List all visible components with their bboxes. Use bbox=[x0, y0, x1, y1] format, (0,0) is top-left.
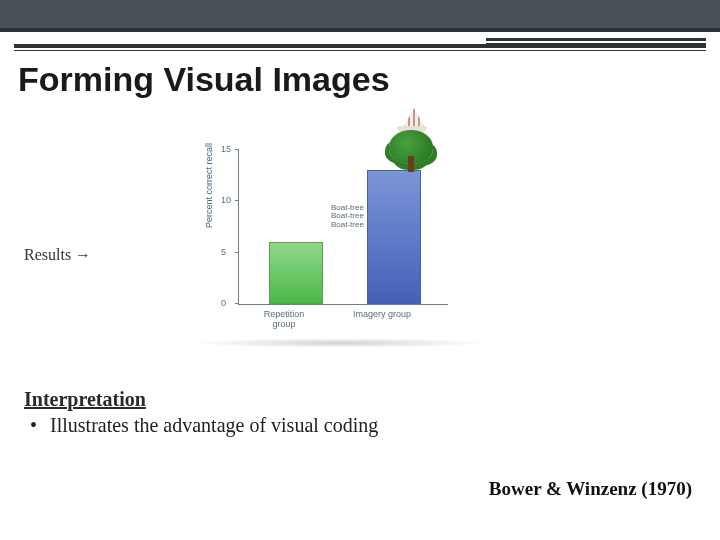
repetition-cue-text: Boat-tree Boat-tree Boat-tree bbox=[331, 204, 364, 230]
sailboat-icon bbox=[403, 108, 425, 128]
xlabel-repetition: Repetition group bbox=[254, 310, 314, 330]
y-axis-label: Percent correct recall bbox=[204, 143, 214, 228]
bullet-text: Illustrates the advantage of visual codi… bbox=[50, 414, 378, 436]
chart-shadow bbox=[190, 338, 490, 348]
plot-area: 0 5 10 15 Boat-tree Boat-tree Boat-tree bbox=[238, 150, 448, 305]
xlabel-imagery: Imagery group bbox=[352, 310, 412, 320]
imagery-cue-icon bbox=[383, 122, 439, 174]
bar-imagery bbox=[367, 170, 421, 304]
title-rule-thin bbox=[14, 50, 706, 51]
ytick-15: 15 bbox=[221, 144, 231, 154]
recall-bar-chart: Percent correct recall 0 5 10 15 Boat-tr… bbox=[210, 140, 470, 345]
bar-repetition bbox=[269, 242, 323, 304]
slide-title: Forming Visual Images bbox=[18, 60, 390, 99]
ytick-0: 0 bbox=[221, 298, 226, 308]
interpretation-heading: Interpretation bbox=[24, 388, 146, 411]
ytick-5: 5 bbox=[221, 247, 226, 257]
bullet-dot-icon: • bbox=[30, 414, 37, 436]
title-rule-thick bbox=[14, 44, 706, 48]
ytick-10: 10 bbox=[221, 195, 231, 205]
interpretation-bullet: • Illustrates the advantage of visual co… bbox=[30, 414, 378, 437]
results-label: Results → bbox=[24, 246, 91, 264]
citation: Bower & Winzenz (1970) bbox=[489, 478, 692, 500]
slide-top-bar bbox=[0, 0, 720, 32]
